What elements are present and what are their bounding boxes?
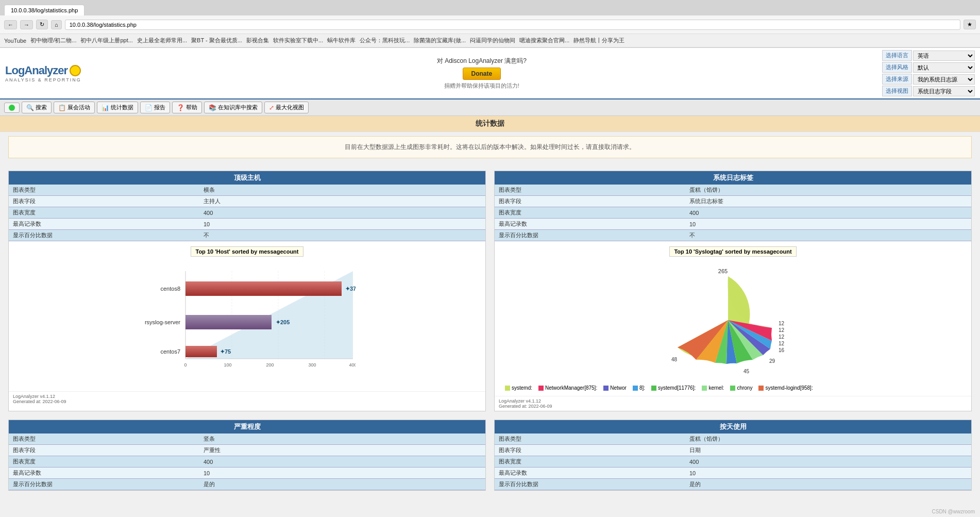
- svg-text:300: 300: [308, 362, 316, 368]
- top-hosts-panel: 顶级主机 图表类型 横条 图表字段 主持人 图表宽度 400 最高记录数 10 …: [8, 171, 486, 411]
- st-max-records-value: 10: [685, 219, 971, 230]
- help-icon: ❓: [177, 104, 184, 111]
- legend-kernel: kernel:: [702, 385, 724, 391]
- svg-text:centos7: centos7: [160, 348, 180, 355]
- bookmark-10[interactable]: 闷逼同学的仙物间: [470, 37, 515, 44]
- bookmark-1[interactable]: 初中物理/初二物...: [30, 37, 76, 44]
- bookmark-9[interactable]: 除菌蒲的宝藏库(做...: [414, 37, 466, 44]
- bookmark-7[interactable]: 蜗牛软件库: [327, 37, 356, 44]
- browser-nav: ← → ↻ ⌂ ★: [0, 15, 980, 34]
- home-button[interactable]: ⌂: [51, 20, 62, 29]
- hosts-chart-footer: LogAnalyzer v4.1.12 Generated at: 2022-0…: [9, 391, 485, 406]
- page-title-bar: 统计数据: [0, 116, 980, 132]
- bookmark-button[interactable]: ★: [964, 20, 976, 29]
- st-chart-type-label: 图表类型: [495, 185, 685, 196]
- svg-text:200: 200: [266, 362, 274, 368]
- pie-label-12a: 12: [779, 321, 785, 326]
- kb-toolbar-btn[interactable]: 📚 在知识库中搜索: [204, 102, 262, 113]
- day-chart-field-label: 图表字段: [495, 445, 685, 456]
- legend-systemd: systemd:: [505, 385, 532, 391]
- syslog-chart-title: Top 10 'Syslogtag' sorted by messagecoun…: [669, 246, 796, 257]
- home-toolbar-btn[interactable]: [4, 103, 20, 113]
- maximize-toolbar-btn[interactable]: ⤢ 最大化视图: [264, 102, 309, 113]
- bookmark-youtube[interactable]: YouTube: [4, 38, 26, 44]
- svg-text:0: 0: [184, 362, 187, 368]
- bookmark-6[interactable]: 软件实验室下载中...: [273, 37, 323, 44]
- legend-label-8: 8]:: [639, 385, 645, 391]
- show-percent-value: 不: [199, 230, 485, 241]
- source-select[interactable]: 我的系统日志源: [913, 74, 975, 85]
- bookmark-12[interactable]: 静然导航丨分享为王: [573, 37, 624, 44]
- sev-chart-type-label: 图表类型: [9, 433, 199, 445]
- forward-button[interactable]: →: [20, 20, 33, 29]
- legend-label-systemd2: systemd[11776]:: [658, 385, 696, 391]
- search-toolbar-btn[interactable]: 🔍 搜索: [22, 102, 52, 113]
- chart-width-label: 图表宽度: [9, 207, 199, 219]
- active-tab[interactable]: 10.0.0.38/log/statistics.php: [4, 5, 85, 15]
- pie-legend: systemd: NetworkManager[875]: Networ 8]:…: [500, 385, 966, 391]
- hosts-bar-svg: centos8 ✦373 rsyslog-server ✦205 centos7…: [139, 261, 356, 385]
- sev-max-records-label: 最高记录数: [9, 468, 199, 479]
- bookmark-8[interactable]: 公众号：黑科技玩...: [360, 37, 410, 44]
- sev-chart-width-label: 图表宽度: [9, 456, 199, 468]
- syslog-tags-title: 系统日志标签: [495, 171, 971, 185]
- language-label: 选择语言: [882, 50, 912, 61]
- pie-label-29: 29: [769, 358, 775, 364]
- events-toolbar-btn[interactable]: 📋 展会活动: [54, 102, 95, 113]
- sev-chart-field-value: 严重性: [199, 445, 485, 456]
- help-toolbar-btn[interactable]: ❓ 帮助: [172, 102, 202, 113]
- svg-text:centos8: centos8: [160, 286, 180, 292]
- pie-label-16: 16: [779, 347, 785, 353]
- kb-icon: 📚: [209, 104, 216, 111]
- address-bar[interactable]: [65, 20, 960, 30]
- sev-show-percent-value: 是的: [199, 479, 485, 490]
- back-button[interactable]: ←: [4, 20, 17, 29]
- style-label: 选择风格: [882, 62, 912, 73]
- donate-tagline: 捐赠并帮助保持该项目的活力!: [437, 82, 527, 90]
- stats-toolbar-btn[interactable]: 📊 统计数据: [97, 102, 138, 113]
- charts-grid: 顶级主机 图表类型 横条 图表字段 主持人 图表宽度 400 最高记录数 10 …: [0, 162, 980, 499]
- bookmark-3[interactable]: 史上最全老师常用...: [137, 37, 187, 44]
- top-hosts-info: 图表类型 横条 图表字段 主持人 图表宽度 400 最高记录数 10 显示百分比…: [9, 185, 485, 241]
- day-chart-width-value: 400: [685, 456, 971, 468]
- legend-label-logind: systemd-logind[958]:: [765, 385, 813, 391]
- reload-button[interactable]: ↻: [36, 20, 48, 29]
- st-chart-field-label: 图表字段: [495, 196, 685, 207]
- legend-color-systemd2: [651, 386, 656, 391]
- bookmarks-bar: YouTube 初中物理/初二物... 初中八年级上册ppt... 史上最全老师…: [0, 34, 980, 47]
- pie-label-45: 45: [744, 369, 750, 374]
- svg-text:100: 100: [224, 362, 231, 368]
- bar-rsyslog: [185, 315, 272, 329]
- view-select[interactable]: 系统日志字段: [913, 86, 975, 96]
- stats-icon: 📊: [102, 104, 109, 111]
- bookmark-11[interactable]: 嗯迪搜索聚合官网...: [519, 37, 569, 44]
- donate-button[interactable]: Donate: [463, 68, 501, 80]
- legend-color-nm875: [538, 386, 544, 391]
- language-select[interactable]: 英语: [913, 51, 975, 61]
- bar-centos8: [185, 281, 342, 296]
- by-day-panel: 按天使用 图表类型 蛋糕（馅饼） 图表字段 日期 图表宽度 400 最高记录数 …: [494, 420, 972, 491]
- legend-label-kernel: kernel:: [708, 385, 724, 391]
- search-icon: 🔍: [26, 104, 34, 111]
- severity-panel: 严重程度 图表类型 竖条 图表字段 严重性 图表宽度 400 最高记录数 10 …: [8, 420, 486, 491]
- st-chart-type-value: 蛋糕（馅饼）: [685, 185, 971, 196]
- day-chart-type-value: 蛋糕（馅饼）: [685, 433, 971, 445]
- top-hosts-chart-area: Top 10 'Host' sorted by messagecount cen…: [9, 241, 485, 391]
- chart-type-value: 横条: [199, 185, 485, 196]
- show-percent-label: 显示百分比数据: [9, 230, 199, 241]
- legend-color-networ: [603, 386, 609, 391]
- bookmark-5[interactable]: 影视合集: [246, 37, 269, 44]
- sev-max-records-value: 10: [199, 468, 485, 479]
- day-show-percent-label: 显示百分比数据: [495, 479, 685, 490]
- bookmark-2[interactable]: 初中八年级上册ppt...: [80, 37, 132, 44]
- view-label: 选择视图: [882, 86, 912, 96]
- legend-color-kernel: [702, 386, 707, 391]
- syslog-tags-chart-area: Top 10 'Syslogtag' sorted by messagecoun…: [495, 241, 971, 396]
- bookmark-4[interactable]: 聚BT - 聚合最优质...: [191, 37, 242, 44]
- st-chart-field-value: 系统日志标签: [685, 196, 971, 207]
- style-select[interactable]: 默认: [913, 62, 975, 73]
- legend-logind: systemd-logind[958]:: [758, 385, 813, 391]
- report-toolbar-btn[interactable]: 📄 报告: [140, 102, 170, 113]
- pie-label-12d: 12: [779, 341, 785, 346]
- header-center: 对 Adiscon LogAnalyzer 满意吗? Donate 捐赠并帮助保…: [437, 57, 527, 90]
